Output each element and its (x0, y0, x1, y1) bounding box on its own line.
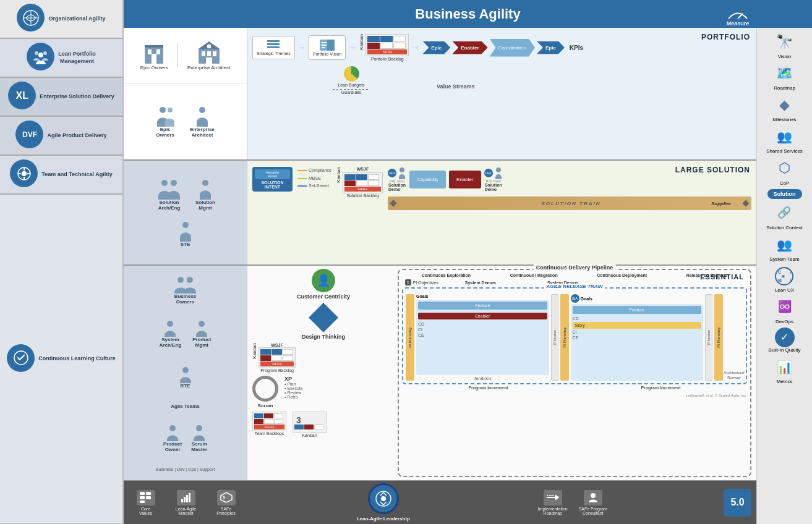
svg-rect-55 (181, 499, 183, 502)
compliance-list: Compliance MBSE Set-Based (297, 167, 331, 190)
strategic-themes-label: Strategic Themes (257, 51, 291, 56)
vision-icon: 🔭 (774, 31, 795, 53)
lean-agile-mindset-btn[interactable]: Lean-AgileMindset (169, 490, 203, 515)
enterprise-label-text: Epic Owners (140, 65, 168, 70)
sol-arch-eng: SolutionArch/Eng (155, 178, 183, 211)
sidebar-item-agile-product[interactable]: DVF Agile Product Delivery (0, 117, 122, 156)
shared-services-item[interactable]: 👥 Shared Services (766, 125, 803, 154)
wsjf-badge: WSJF (343, 167, 383, 171)
pi-planning-1: PI Planning (406, 294, 414, 381)
milestones-label: Milestones (772, 117, 796, 122)
cop-item[interactable]: ⬡ CoP (774, 158, 795, 186)
devops-icon: ♾️ (774, 296, 795, 318)
svg-point-47 (182, 367, 189, 373)
sidebar-item-continuous-learning[interactable]: Continuous Learning Culture (0, 195, 122, 524)
solution-box-label: Solution (774, 191, 796, 197)
scrum-master-label: ScrumMaster (191, 441, 207, 452)
shared-services-label: Shared Services (766, 148, 803, 154)
lean-ux-label: Lean UX (775, 287, 794, 293)
safe-principles-btn[interactable]: 9 SAFePrinciples (209, 490, 243, 515)
copyright-text: Leffingwell, et al. © Scaled Agile, Inc. (686, 394, 747, 397)
svg-rect-53 (146, 492, 151, 495)
kanban-portfolio: Kanban (359, 34, 409, 61)
rte-label: RTE (181, 383, 190, 389)
ip-label2: IP Iteration (707, 330, 711, 345)
svg-rect-23 (207, 51, 211, 56)
xp-label: XP (284, 376, 303, 382)
svg-point-46 (199, 321, 205, 327)
cdp-section: Continuous Delivery Pipeline Continuous … (398, 269, 751, 477)
xp-retro: • Retro (284, 395, 303, 399)
sol-arch-eng-mgmt: SolutionArch/Eng SolutionMgmt (152, 175, 218, 214)
sol-demo2-label: SolutionDemo (485, 183, 502, 192)
solution-context-item[interactable]: 🔗 Solution Context (766, 202, 803, 231)
roadmap-item[interactable]: 🗺️ Roadmap (774, 62, 795, 91)
pi-planning-label1: PI Planning (408, 328, 412, 348)
team-tech-icon (10, 159, 38, 187)
devops-item[interactable]: ♾️ DevOps (774, 296, 795, 324)
portfolio-backlog-label: Portfolio Backlog (365, 57, 409, 61)
portfolio-zone-label: PORTFOLIO (701, 33, 750, 41)
footer-center: Lean-Agile Leadership (357, 483, 410, 522)
svg-rect-35 (322, 44, 327, 46)
svg-text:M: M (778, 278, 782, 282)
sol-backlog-label: Solution Backlog (343, 193, 383, 198)
design-thinking: Design Thinking (252, 303, 395, 340)
svg-text:9: 9 (223, 496, 225, 500)
set-based-label: Set-Based (309, 182, 329, 190)
sidebar-item-lean-portfolio[interactable]: Lean PortfolioManagement (0, 39, 122, 78)
mbse-label: MBSE (309, 175, 321, 183)
safe-program-consultant-icon (584, 490, 602, 505)
xp-review: • Review (284, 391, 303, 395)
main-body: Business Agility Measure& Grow (124, 0, 812, 524)
iteration-1: Goals Feature Enabler CD CI CE (416, 294, 549, 381)
sys-arch-prod-mgmt: SystemArch/Eng ProductMgmt (156, 316, 215, 351)
roadmap-icon: 🗺️ (774, 62, 795, 84)
svg-rect-57 (186, 495, 188, 502)
svg-rect-34 (322, 42, 327, 43)
rte-figure: RTE (179, 366, 192, 389)
agile-content: 👤 Customer Centricity Design Thinking Ka… (247, 266, 756, 480)
solution-box[interactable]: Solution (767, 189, 802, 199)
sidebar-item-org-agility[interactable]: Organizational Agility (0, 0, 122, 39)
safe-program-consultant-btn[interactable]: SAFe ProgramConsultant (576, 490, 610, 515)
iaa-badge2: I&A (571, 294, 579, 303)
program-backlog-section: Kanban WSJF (252, 343, 395, 373)
svg-rect-54 (146, 496, 151, 499)
pi-planning-label3: PI Planning (717, 328, 720, 348)
vision-item[interactable]: 🔭 Vision (774, 31, 795, 59)
implementation-roadmap-btn[interactable]: ImplementationRoadmap (536, 490, 570, 515)
lean-ux-item[interactable]: C A M L R Lean UX (774, 266, 795, 293)
agile-product-icon: DVF (15, 120, 43, 148)
arrow1: → (298, 43, 306, 52)
built-in-quality-item[interactable]: ✓ Built-In Quality (768, 328, 800, 353)
copyright: Leffingwell, et al. © Scaled Agile, Inc. (402, 391, 747, 398)
svg-point-28 (199, 107, 205, 113)
strategic-themes-box[interactable]: Strategic Themes (252, 36, 295, 59)
agile-section: BusinessOwners SystemArch/Eng ProductMgm… (124, 266, 756, 481)
svg-rect-56 (184, 497, 186, 502)
product-owner: ProductOwner (163, 424, 182, 452)
portfolio-vision-box[interactable]: Portfolio Vision (309, 35, 346, 60)
metrics-item[interactable]: 📊 Metrics (774, 356, 795, 384)
portfolio-vision-label: Portfolio Vision (313, 52, 342, 57)
sidebar-item-team-tech[interactable]: Team and Technical Agility (0, 156, 122, 195)
product-mgmt-label: ProductMgmt (192, 337, 211, 348)
version-label: 5.0 (730, 497, 744, 508)
art-content: PI Planning Goals Feature (406, 294, 743, 381)
sys-arch-label: SystemArch/Eng (160, 337, 182, 348)
milestones-item[interactable]: ◆ Milestones (772, 94, 796, 122)
large-solution-label: LARGE SOLUTION (675, 166, 750, 174)
system-team-item[interactable]: 👥 System Team (769, 234, 799, 263)
solution-context-icon: 🔗 (774, 202, 795, 224)
main-container: Organizational Agility Lean PortfolioMan… (0, 0, 812, 524)
portfolio-row2: Lean Budgets Guardrails Value Streams (333, 66, 751, 95)
svg-point-38 (171, 180, 177, 186)
built-in-quality-label: Built-In Quality (768, 347, 800, 353)
org-agility-icon (17, 4, 45, 32)
top-header: Business Agility Measure& Grow (124, 0, 812, 28)
scrum-xp: Scrum XP • Plan • Execute • Review • Ret… (252, 376, 395, 408)
core-values-btn[interactable]: CoreValues (129, 490, 163, 515)
sidebar-item-enterprise[interactable]: XL Enterprise Solution Delivery (0, 78, 122, 117)
lean-portfolio-icon (27, 43, 54, 70)
